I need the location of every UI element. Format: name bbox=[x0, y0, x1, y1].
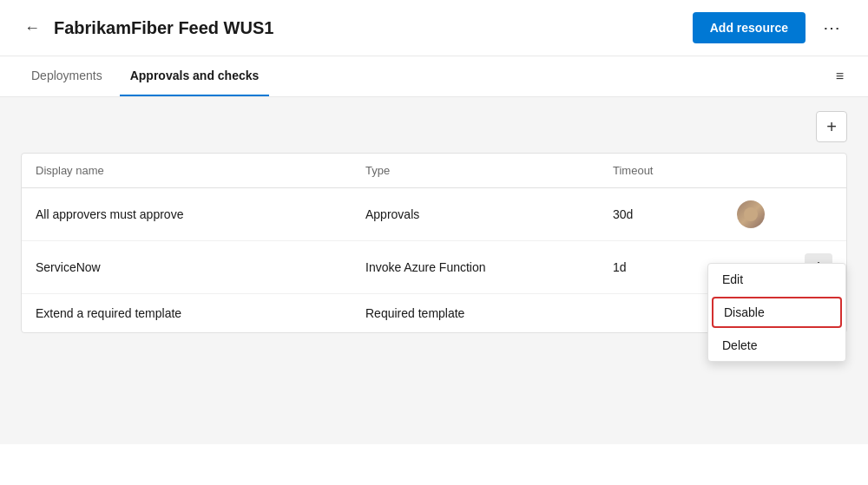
content-area: + Display name Type Timeout All approver… bbox=[0, 97, 868, 444]
row-1-type: Approvals bbox=[352, 188, 599, 241]
filter-button[interactable]: ≡ bbox=[832, 65, 847, 88]
dropdown-item-disable[interactable]: Disable bbox=[712, 297, 842, 328]
add-check-button[interactable]: + bbox=[816, 111, 847, 142]
row-2-type: Invoke Azure Function bbox=[352, 241, 599, 294]
row-2-timeout: 1d bbox=[599, 241, 723, 294]
tab-deployments[interactable]: Deployments bbox=[21, 56, 113, 96]
column-header-action bbox=[723, 154, 847, 188]
column-header-type: Type bbox=[352, 154, 599, 188]
column-header-timeout: Timeout bbox=[599, 154, 723, 188]
more-options-button[interactable]: ⋯ bbox=[816, 14, 847, 42]
page-container: ← FabrikamFiber Feed WUS1 Add resource ⋯… bbox=[0, 0, 868, 485]
row-3-name: Extend a required template bbox=[22, 294, 352, 333]
table-header-row: Display name Type Timeout bbox=[22, 154, 846, 188]
row-2-name: ServiceNow bbox=[22, 241, 352, 294]
row-1-timeout: 30d bbox=[599, 188, 723, 241]
row-3-timeout bbox=[599, 294, 723, 333]
plus-icon: + bbox=[826, 117, 837, 137]
page-title: FabrikamFiber Feed WUS1 bbox=[54, 18, 693, 38]
context-dropdown-menu: Edit Disable Delete bbox=[707, 263, 846, 362]
row-3-type: Required template bbox=[352, 294, 599, 333]
avatar bbox=[737, 200, 765, 228]
checks-table-container: Display name Type Timeout All approvers … bbox=[21, 153, 847, 333]
header: ← FabrikamFiber Feed WUS1 Add resource ⋯ bbox=[0, 0, 868, 56]
back-icon: ← bbox=[24, 19, 40, 37]
add-check-area: + bbox=[21, 111, 847, 142]
dropdown-item-delete[interactable]: Delete bbox=[708, 330, 845, 361]
table-row: All approvers must approve Approvals 30d bbox=[22, 188, 846, 241]
dropdown-item-edit[interactable]: Edit bbox=[708, 264, 845, 295]
filter-icon: ≡ bbox=[836, 69, 844, 83]
column-header-display-name: Display name bbox=[22, 154, 352, 188]
row-1-action bbox=[723, 188, 847, 241]
add-resource-button[interactable]: Add resource bbox=[693, 12, 806, 43]
back-button[interactable]: ← bbox=[21, 16, 43, 41]
tabs-bar: Deployments Approvals and checks ≡ bbox=[0, 56, 868, 97]
more-icon: ⋯ bbox=[823, 18, 840, 37]
row-1-name: All approvers must approve bbox=[22, 188, 352, 241]
tab-approvals-and-checks[interactable]: Approvals and checks bbox=[120, 56, 270, 96]
